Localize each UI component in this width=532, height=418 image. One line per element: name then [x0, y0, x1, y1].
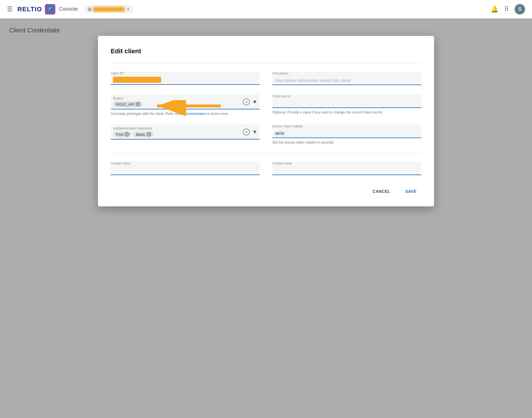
auth-field-icons: ✕ ▼ — [241, 129, 257, 135]
chevron-down-icon: ▼ — [126, 7, 130, 11]
roles-hint: Associate privileges with the client. Re… — [111, 111, 260, 116]
save-button[interactable]: SAVE — [401, 187, 421, 196]
chip-basic: Basic ✕ — [133, 131, 154, 137]
roles-chips-container: ROLE_API ✕ — [113, 101, 239, 107]
roles-dropdown-icon[interactable]: ▼ — [252, 99, 257, 105]
roles-label: Roles* — [113, 96, 124, 100]
col-roles: Roles* ROLE_API ✕ ✕ ▼ Associate privileg… — [111, 94, 260, 116]
client-id-field-wrap: Client ID* redacted_client_id — [111, 72, 260, 85]
description-field-wrap: Description — [272, 72, 421, 85]
modal-overlay: Edit client Client ID* redacted_client_i… — [0, 19, 532, 418]
avatar[interactable]: S — [515, 4, 525, 14]
logo: RELTIO 🧳 — [17, 4, 55, 14]
contact-name-input[interactable] — [111, 162, 260, 175]
access-token-input[interactable] — [272, 124, 421, 138]
chip-post: Post ✕ — [113, 131, 132, 137]
chip-role-api: ROLE_API ✕ — [113, 101, 143, 107]
chip-role-api-label: ROLE_API — [116, 102, 134, 107]
row-client-id-description: Client ID* redacted_client_id Descriptio… — [111, 72, 421, 86]
chip-post-label: Post — [116, 132, 123, 137]
topnav: ☰ RELTIO 🧳 Console ⊞ account•••••• ▼ 🔔 ⠿… — [0, 0, 532, 19]
col-auth-methods: Authentication methods Post ✕ Basic ✕ ✕ — [111, 124, 260, 145]
client-secret-hint: Optional. Provide a value if you want to… — [272, 110, 421, 115]
briefcase-icon: 🧳 — [45, 4, 55, 14]
col-description: Description — [272, 72, 421, 86]
chip-post-remove[interactable]: ✕ — [125, 132, 129, 137]
contact-name-field-wrap: Contact name — [111, 162, 260, 175]
roles-documentation-link[interactable]: documentation — [183, 112, 206, 116]
auth-chips-container: Post ✕ Basic ✕ — [113, 131, 239, 137]
description-input[interactable] — [272, 72, 421, 85]
roles-field-wrap: Roles* ROLE_API ✕ ✕ ▼ — [111, 94, 260, 109]
col-client-secret: Client secret Optional. Provide a value … — [272, 94, 421, 116]
col-client-id: Client ID* redacted_client_id — [111, 72, 260, 86]
client-secret-field-wrap: Client secret — [272, 94, 421, 108]
account-selector[interactable]: ⊞ account•••••• ▼ — [85, 5, 133, 13]
menu-icon[interactable]: ☰ — [7, 6, 13, 13]
cancel-button[interactable]: CANCEL — [368, 187, 395, 196]
grid-icon[interactable]: ⠿ — [504, 6, 509, 13]
access-token-hint: Set the access token validity in seconds — [272, 140, 421, 145]
building-icon: ⊞ — [88, 6, 92, 12]
chip-role-api-remove[interactable]: ✕ — [136, 102, 140, 107]
dialog-title: Edit client — [111, 47, 421, 55]
logo-text: RELTIO — [17, 6, 42, 13]
auth-methods-field-wrap: Authentication methods Post ✕ Basic ✕ ✕ — [111, 124, 260, 140]
client-id-value: redacted_client_id — [113, 77, 161, 83]
col-contact-email: Contact email — [272, 162, 421, 176]
row-auth-token: Authentication methods Post ✕ Basic ✕ ✕ — [111, 124, 421, 145]
console-label: Console — [59, 6, 78, 12]
roles-hint-suffix: to know more. — [206, 112, 229, 116]
divider-top — [111, 63, 421, 63]
col-access-token: Access Token Validity Set the access tok… — [272, 124, 421, 145]
chip-basic-remove[interactable]: ✕ — [147, 132, 151, 137]
roles-clear-icon[interactable]: ✕ — [243, 98, 250, 105]
roles-field-icons: ✕ ▼ — [241, 98, 257, 105]
auth-methods-label: Authentication methods — [113, 126, 152, 131]
col-contact-name: Contact name — [111, 162, 260, 176]
access-token-field-wrap: Access Token Validity — [272, 124, 421, 138]
client-secret-input[interactable] — [272, 94, 421, 108]
auth-dropdown-icon[interactable]: ▼ — [252, 129, 257, 135]
row-roles-secret: Roles* ROLE_API ✕ ✕ ▼ Associate privileg… — [111, 94, 421, 116]
account-text: account•••••• — [93, 7, 125, 12]
chip-basic-label: Basic — [136, 132, 145, 137]
auth-clear-icon[interactable]: ✕ — [243, 129, 250, 135]
divider-middle — [111, 153, 421, 153]
roles-hint-text: Associate privileges with the client. Re… — [111, 112, 183, 116]
bell-icon[interactable]: 🔔 — [491, 6, 498, 13]
row-contact: Contact name Contact email — [111, 162, 421, 176]
dialog-actions: CANCEL SAVE — [111, 187, 421, 196]
contact-email-field-wrap: Contact email — [272, 162, 421, 175]
edit-client-dialog: Edit client Client ID* redacted_client_i… — [98, 36, 434, 206]
contact-email-input[interactable] — [272, 162, 421, 175]
